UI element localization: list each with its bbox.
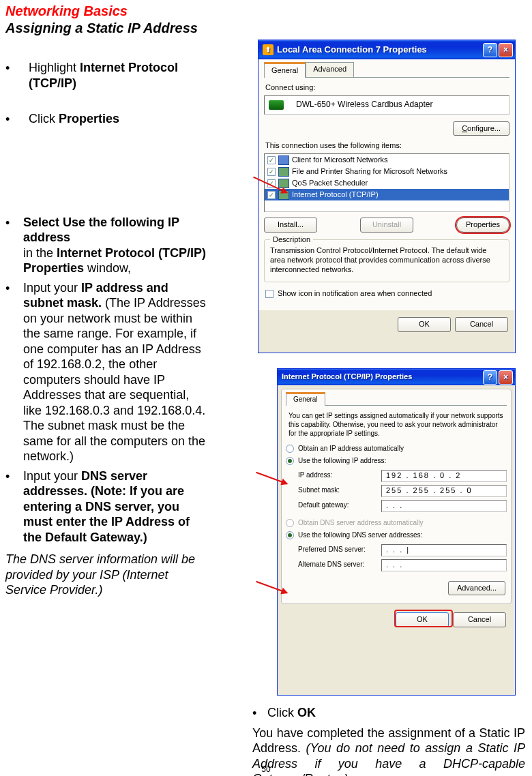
radio-obtain-ip-label: Obtain an IP address automatically [298, 445, 404, 453]
show-icon-label: Show icon in notification area when conn… [278, 289, 432, 299]
bullet-highlight: Highlight Internet Protocol (TCP/IP) [29, 60, 210, 91]
bullet-input-dns: Input your DNS server addresses. (Note: … [23, 468, 210, 546]
configure-button[interactable]: Configure... [453, 121, 509, 136]
bullet-icon: • [5, 61, 12, 76]
items-label: This connection uses the following items… [265, 141, 509, 151]
subnet-input[interactable]: 255 . 255 . 255 . 0 [381, 485, 507, 497]
bullet-input-ip: Input your IP address and subnet mask. (… [23, 280, 210, 464]
tabs: General Advanced [264, 62, 509, 78]
connect-using-label: Connect using: [265, 83, 509, 93]
list-item[interactable]: ✓ Client for Microsoft Networks [265, 154, 509, 166]
connection-properties-dialog: ⬆ Local Area Connection 7 Properties ? ×… [258, 40, 516, 353]
radio-obtain-dns [286, 519, 294, 527]
adapter-field[interactable]: DWL-650+ Wireless Cardbus Adapter [264, 95, 509, 115]
page-number: 50 [0, 764, 532, 775]
radio-obtain-dns-label: Obtain DNS server address automatically [298, 519, 423, 528]
nic-icon [269, 100, 284, 110]
tabs: General [286, 392, 507, 406]
description-label: Description [270, 235, 313, 244]
checkbox-icon[interactable]: ✓ [267, 191, 276, 199]
doc-title: Networking Basics [5, 3, 527, 20]
list-item[interactable]: ✓ File and Printer Sharing for Microsoft… [265, 166, 509, 177]
checkbox-icon[interactable]: ✓ [267, 168, 276, 176]
radio-use-ip[interactable] [286, 457, 294, 465]
titlebar[interactable]: ⬆ Local Area Connection 7 Properties ? × [258, 40, 515, 59]
tcpip-properties-dialog: Internet Protocol (TCP/IP) Properties ? … [277, 368, 516, 696]
ok-button[interactable]: OK [396, 612, 449, 627]
adapter-name: DWL-650+ Wireless Cardbus Adapter [296, 100, 432, 110]
close-button[interactable]: × [499, 43, 513, 57]
gateway-label: Default gateway: [298, 501, 381, 510]
gateway-input[interactable]: . . . [381, 500, 507, 512]
alt-dns-input[interactable]: . . . [381, 559, 507, 571]
info-text: You can get IP settings assigned automat… [289, 411, 504, 438]
bullet-icon: • [5, 216, 12, 231]
connection-icon: ⬆ [263, 44, 274, 55]
radio-use-dns-label: Use the following DNS server addresses: [298, 531, 422, 540]
description-text: Transmission Control Protocol/Internet P… [270, 246, 490, 274]
subnet-label: Subnet mask: [298, 486, 381, 495]
tab-general[interactable]: General [286, 392, 325, 406]
bullet-click-properties: Click Properties [29, 111, 210, 127]
ip-address-label: IP address: [298, 471, 381, 480]
tab-advanced[interactable]: Advanced [306, 62, 354, 77]
instructions-left: • Highlight Internet Protocol (TCP/IP) •… [5, 60, 210, 598]
dialog-title: Local Area Connection 7 Properties [277, 44, 482, 55]
pref-dns-label: Preferred DNS server: [298, 546, 381, 554]
bullet-icon: • [5, 113, 12, 128]
properties-button[interactable]: Properties [456, 218, 509, 233]
bullet-icon: • [252, 706, 259, 721]
close-button[interactable]: × [499, 370, 513, 385]
show-icon-checkbox[interactable]: ✓ [265, 290, 274, 298]
radio-use-dns[interactable] [286, 531, 294, 539]
alt-dns-label: Alternate DNS server: [298, 561, 381, 569]
items-list[interactable]: ✓ Client for Microsoft Networks ✓ File a… [264, 153, 509, 212]
ip-address-input[interactable]: 192 . 168 . 0 . 2 [381, 470, 507, 482]
titlebar[interactable]: Internet Protocol (TCP/IP) Properties ? … [278, 369, 515, 385]
cancel-button[interactable]: Cancel [453, 612, 506, 627]
fileshare-icon [278, 167, 289, 177]
qos-icon [278, 179, 289, 188]
radio-obtain-ip[interactable] [286, 445, 294, 453]
bullet-icon: • [5, 470, 12, 485]
cancel-button[interactable]: Cancel [455, 317, 508, 332]
bullet-select-ip: Select Use the following IP address in t… [23, 215, 210, 276]
install-button[interactable]: Install... [264, 218, 317, 233]
help-button[interactable]: ? [483, 370, 497, 385]
checkbox-icon[interactable]: ✓ [267, 156, 276, 164]
bullet-icon: • [5, 282, 12, 297]
doc-subtitle: Assigning a Static IP Address [5, 20, 527, 37]
advanced-button[interactable]: Advanced... [448, 581, 505, 596]
radio-use-ip-label: Use the following IP address: [298, 457, 386, 466]
isp-note: The DNS server information will be provi… [5, 552, 210, 598]
ok-button[interactable]: OK [398, 317, 451, 332]
tab-general[interactable]: General [264, 62, 306, 78]
help-button[interactable]: ? [483, 43, 497, 57]
pref-dns-input[interactable]: . . . | [381, 544, 507, 556]
list-item[interactable]: ✓ QoS Packet Scheduler [265, 177, 509, 189]
uninstall-button: Uninstall [360, 218, 413, 233]
dialog-title: Internet Protocol (TCP/IP) Properties [282, 372, 482, 382]
list-item-tcpip[interactable]: ✓ Internet Protocol (TCP/IP) [265, 189, 509, 200]
client-icon [278, 155, 289, 165]
